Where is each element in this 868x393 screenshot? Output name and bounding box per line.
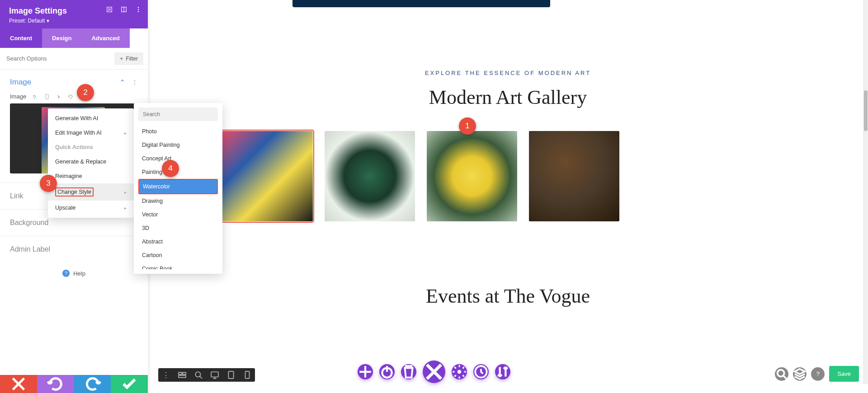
- preset-dropdown[interactable]: Preset: Default ▾: [9, 18, 139, 24]
- collapse-icon[interactable]: ⌃: [119, 78, 125, 87]
- annotation-badge-3: 3: [40, 175, 57, 192]
- footer-undo-button[interactable]: [37, 375, 74, 393]
- hover-icon[interactable]: [56, 94, 61, 99]
- wireframe-icon[interactable]: [178, 371, 186, 379]
- ctx-change-style[interactable]: Change Style▸: [48, 183, 134, 201]
- panel-tabs: Content Design Advanced: [0, 28, 148, 48]
- svg-rect-8: [179, 372, 182, 374]
- toolbar-more-icon[interactable]: ⋮: [162, 371, 170, 379]
- svg-rect-10: [179, 375, 186, 378]
- section-admin-label[interactable]: Admin Label: [0, 236, 148, 262]
- br-layers-icon[interactable]: [793, 367, 807, 381]
- svg-point-4: [138, 9, 139, 10]
- context-menu: Generate With AI Edit Image With AI▸ Qui…: [48, 108, 134, 218]
- ctx-generate-replace[interactable]: Generate & Replace: [48, 154, 134, 169]
- svg-point-16: [458, 370, 462, 374]
- builder-actions: [358, 364, 510, 383]
- ctx-upscale[interactable]: Upscale▸: [48, 201, 134, 215]
- submenu-item-watercolor[interactable]: Watercolor: [138, 179, 218, 194]
- more-icon[interactable]: [135, 6, 142, 13]
- bottom-right-actions: ? Save: [775, 366, 859, 382]
- svg-point-11: [195, 372, 200, 377]
- main-canvas: EXPLORE THE ESSENCE OF MODERN ART Modern…: [148, 0, 868, 393]
- ctx-edit-ai[interactable]: Edit Image With AI▸: [48, 126, 134, 140]
- ctx-reimagine[interactable]: Reimagine: [48, 169, 134, 183]
- submenu-item-drawing[interactable]: Drawing: [138, 194, 218, 208]
- vertical-scrollbar[interactable]: [863, 0, 868, 384]
- svg-rect-9: [183, 372, 186, 374]
- tab-content[interactable]: Content: [0, 28, 42, 48]
- filter-button[interactable]: + Filter: [114, 52, 143, 65]
- action-power[interactable]: [379, 364, 395, 379]
- action-settings[interactable]: [452, 364, 467, 379]
- help-link[interactable]: ? Help: [0, 262, 148, 284]
- search-row: + Filter: [0, 48, 148, 70]
- help-icon[interactable]: ?: [33, 94, 38, 99]
- submenu-item-concept-art[interactable]: Concept Art: [138, 152, 218, 165]
- action-trash[interactable]: [401, 364, 416, 379]
- hero-button-strip: [292, 0, 550, 7]
- submenu-list: PhotoDigital PaintingConcept ArtPainting…: [138, 125, 218, 269]
- events-title: Events at The Vogue: [426, 285, 590, 308]
- desktop-icon[interactable]: [211, 371, 219, 379]
- submenu-item-vector[interactable]: Vector: [138, 208, 218, 221]
- reset-icon[interactable]: [68, 94, 73, 99]
- tab-design[interactable]: Design: [42, 28, 81, 48]
- gallery-image-3[interactable]: [427, 131, 517, 221]
- submenu-item-digital-painting[interactable]: Digital Painting: [138, 138, 218, 152]
- plus-icon: +: [120, 56, 123, 62]
- action-add[interactable]: [358, 364, 373, 379]
- help-badge-icon: ?: [62, 270, 70, 277]
- submenu-item-comic-book[interactable]: Comic Book: [138, 262, 218, 269]
- search-input[interactable]: [5, 51, 111, 66]
- svg-rect-12: [211, 372, 218, 377]
- phone-icon[interactable]: [243, 371, 251, 379]
- svg-point-3: [138, 7, 139, 8]
- chevron-right-icon: ▸: [124, 190, 127, 195]
- footer-confirm-button[interactable]: [111, 375, 148, 393]
- svg-rect-14: [245, 371, 250, 379]
- svg-point-5: [138, 11, 139, 12]
- chevron-right-icon: ▸: [124, 206, 127, 211]
- annotation-badge-1: 1: [459, 117, 476, 135]
- br-help-icon[interactable]: ?: [811, 367, 825, 381]
- action-close[interactable]: [423, 360, 445, 383]
- gallery-image-2[interactable]: [325, 131, 415, 221]
- ctx-generate-ai[interactable]: Generate With AI: [48, 111, 134, 126]
- columns-icon[interactable]: [121, 6, 127, 13]
- viewport-toolbar: ⋮: [158, 368, 255, 382]
- submenu-item-abstract[interactable]: Abstract: [138, 235, 218, 248]
- br-search-icon[interactable]: [775, 367, 788, 381]
- gallery-row: [222, 131, 619, 221]
- submenu-item-3d[interactable]: 3D: [138, 221, 218, 235]
- page-title: Modern Art Gallery: [429, 86, 587, 109]
- expand-icon[interactable]: [106, 6, 113, 13]
- style-submenu: PhotoDigital PaintingConcept ArtPainting…: [134, 103, 222, 274]
- submenu-item-cartoon[interactable]: Cartoon: [138, 248, 218, 262]
- action-sort[interactable]: [495, 364, 510, 379]
- svg-rect-13: [228, 371, 233, 379]
- svg-rect-6: [46, 94, 48, 99]
- footer-cancel-button[interactable]: [0, 375, 37, 393]
- image-label: Image: [10, 93, 26, 100]
- mobile-icon[interactable]: [44, 94, 50, 99]
- scrollbar-thumb[interactable]: [864, 90, 868, 131]
- annotation-badge-4: 4: [162, 160, 179, 177]
- eyebrow-text: EXPLORE THE ESSENCE OF MODERN ART: [425, 70, 591, 76]
- action-history[interactable]: [473, 364, 489, 379]
- gallery-image-1[interactable]: [222, 131, 313, 221]
- section-more-icon[interactable]: ⋮: [132, 79, 138, 86]
- gallery-image-4[interactable]: [529, 131, 619, 221]
- zoom-icon[interactable]: [194, 371, 203, 379]
- svg-point-18: [778, 370, 784, 376]
- footer-redo-button[interactable]: [74, 375, 111, 393]
- submenu-item-photo[interactable]: Photo: [138, 125, 218, 138]
- submenu-search-input[interactable]: [138, 108, 218, 121]
- tablet-icon[interactable]: [227, 371, 235, 379]
- save-button[interactable]: Save: [829, 366, 859, 382]
- tab-advanced[interactable]: Advanced: [81, 28, 129, 48]
- section-image-header[interactable]: Image ⌃ ⋮: [0, 70, 148, 93]
- annotation-badge-2: 2: [77, 84, 94, 101]
- chevron-right-icon: ▸: [124, 131, 127, 136]
- ctx-quick-actions-label: Quick Actions: [48, 140, 134, 154]
